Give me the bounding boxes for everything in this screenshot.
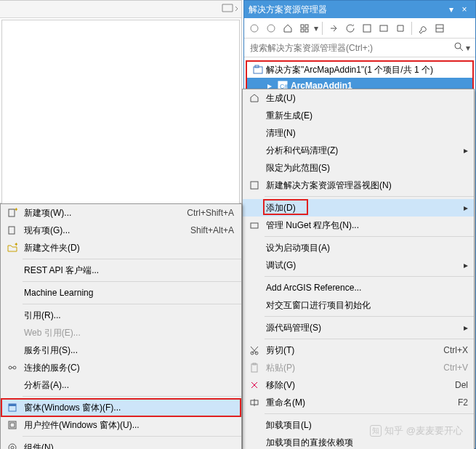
svg-rect-7	[380, 25, 387, 31]
svg-point-1	[267, 25, 275, 32]
sync-icon[interactable]	[326, 21, 341, 36]
submenu-arrow-icon: ▸	[459, 260, 468, 270]
svg-text:✦: ✦	[14, 243, 17, 248]
submenu-arrow-icon: ▸	[459, 145, 468, 155]
context-menu-item[interactable]: 对交互窗口进行项目初始化	[243, 296, 474, 314]
submenu-item-label: 现有项(G)...	[21, 224, 190, 237]
forward-icon[interactable]	[264, 21, 278, 36]
menu-item-label: 重命名(M)	[263, 397, 458, 409]
dropdown-icon[interactable]: ▾	[445, 4, 458, 15]
svg-rect-36	[9, 404, 16, 406]
usercontrol-icon	[4, 420, 21, 430]
menu-item-label: 清理(N)	[263, 127, 468, 139]
svg-text:✦: ✦	[14, 208, 17, 213]
solution-node[interactable]: 解决方案"ArcMapAddin1"(1 个项目/共 1 个)	[247, 62, 472, 78]
context-menu-item[interactable]: 新建解决方案资源管理器视图(N)	[243, 177, 474, 194]
submenu-item[interactable]: Machine Learning	[1, 284, 241, 302]
submenu-item[interactable]: 服务引用(S)...	[1, 341, 241, 359]
submenu-item-label: 新建文件夹(D)	[21, 242, 237, 254]
submenu-item[interactable]: 现有项(G)...Shift+Alt+A	[1, 222, 241, 239]
svg-point-0	[251, 25, 258, 32]
submenu-item-shortcut: Shift+Alt+A	[190, 225, 237, 235]
menu-separator	[23, 304, 241, 304]
menu-separator	[265, 339, 474, 339]
svg-line-11	[460, 48, 463, 51]
context-menu-item[interactable]: 限定为此范围(S)	[243, 159, 474, 177]
context-menu-item[interactable]: 分析和代码清理(Z)▸	[243, 142, 474, 159]
context-menu-item[interactable]: 移除(V)Del	[243, 376, 474, 394]
menu-item-label: 对交互窗口进行项目初始化	[263, 299, 468, 312]
context-menu-item[interactable]: 添加(D)▸	[243, 199, 474, 217]
submenu-arrow-icon: ▸	[459, 323, 468, 333]
context-menu-item[interactable]: 粘贴(P)Ctrl+V	[243, 359, 474, 376]
menu-separator	[265, 236, 474, 237]
context-menu-item[interactable]: 重命名(M)F2	[243, 394, 474, 411]
submenu-item[interactable]: ✦新建项(W)...Ctrl+Shift+A	[1, 204, 241, 222]
submenu-item[interactable]: REST API 客户端...	[1, 262, 241, 279]
svg-rect-3	[305, 25, 308, 28]
context-menu-item[interactable]: 调试(G)▸	[243, 256, 474, 274]
zhihu-logo-icon: 知	[370, 425, 382, 437]
collapse-icon[interactable]	[360, 21, 374, 36]
submenu-item-label: 连接的服务(C)	[21, 362, 237, 374]
submenu-item[interactable]: 分析器(A)...	[1, 376, 241, 394]
menu-separator	[23, 436, 241, 437]
menu-item-shortcut: Ctrl+V	[443, 363, 468, 373]
menu-item-label: 粘贴(P)	[263, 362, 443, 374]
submenu-item[interactable]: 窗体(Windows 窗体)(F)...	[1, 399, 241, 416]
menu-item-label: 新建解决方案资源管理器视图(N)	[263, 179, 468, 192]
context-menu-item[interactable]: 生成(U)	[243, 89, 474, 107]
paste-icon	[246, 363, 263, 373]
close-icon[interactable]: ×	[458, 4, 471, 15]
refresh-icon[interactable]	[343, 21, 358, 36]
menu-separator	[265, 316, 474, 317]
submenu-item-label: Machine Learning	[21, 288, 237, 298]
search-icon[interactable]	[453, 41, 464, 54]
project-context-menu: 生成(U)重新生成(E)清理(N)分析和代码清理(Z)▸限定为此范围(S)新建解…	[242, 89, 475, 449]
context-menu-item[interactable]: 源代码管理(S)▸	[243, 319, 474, 336]
submenu-item[interactable]: 用户控件(Windows 窗体)(U)...	[1, 416, 241, 434]
grid-icon[interactable]	[297, 21, 312, 36]
svg-rect-17	[251, 223, 258, 228]
context-menu-item[interactable]: 重新生成(E)	[243, 107, 474, 124]
context-menu-item[interactable]: 设为启动项目(A)	[243, 239, 474, 256]
menu-separator	[265, 196, 474, 197]
svg-rect-30	[9, 227, 15, 234]
search-input[interactable]	[247, 41, 453, 54]
back-icon[interactable]	[247, 21, 262, 36]
toggle-icon[interactable]	[432, 21, 447, 36]
submenu-arrow-icon: ▸	[459, 203, 468, 213]
submenu-item[interactable]: 连接的服务(C)	[1, 359, 241, 376]
wrench-icon[interactable]	[416, 21, 430, 36]
editor-content[interactable]	[1, 20, 240, 204]
showall-icon[interactable]	[376, 21, 391, 36]
newfolder-icon: ✦	[4, 243, 21, 253]
submenu-item[interactable]: 组件(N)...	[1, 439, 241, 449]
menu-item-shortcut: Del	[455, 380, 468, 390]
newitem-icon: ✦	[4, 208, 21, 218]
context-menu-item[interactable]: 管理 NuGet 程序包(N)...	[243, 217, 474, 234]
submenu-item[interactable]: Web 引用(E)...	[1, 324, 241, 341]
menu-item-label: 管理 NuGet 程序包(N)...	[263, 219, 468, 232]
solution-label: 解决方案"ArcMapAddin1"(1 个项目/共 1 个)	[266, 64, 433, 76]
submenu-item-label: Web 引用(E)...	[21, 327, 237, 339]
search-dropdown-icon[interactable]: ▾	[464, 43, 472, 53]
context-menu-item[interactable]: 清理(N)	[243, 124, 474, 142]
menu-item-label: 重新生成(E)	[263, 110, 468, 122]
context-menu-item[interactable]: 剪切(T)Ctrl+X	[243, 341, 474, 359]
svg-rect-6	[363, 25, 371, 32]
context-menu-item[interactable]: Add ArcGIS Reference...	[243, 279, 474, 296]
existitem-icon	[4, 225, 21, 235]
watermark: 知 知乎 @麦麦要开心	[370, 424, 463, 437]
submenu-item[interactable]: 引用(R)...	[1, 307, 241, 324]
home-icon[interactable]	[281, 21, 295, 36]
watermark-brand: 知乎	[384, 424, 403, 437]
editor-dropdown[interactable]	[221, 3, 238, 15]
svg-rect-5	[305, 29, 308, 32]
svg-rect-16	[251, 182, 258, 189]
component-icon	[4, 442, 21, 449]
menu-item-label: 生成(U)	[263, 92, 468, 105]
properties-icon[interactable]	[393, 21, 408, 36]
submenu-item-label: 分析器(A)...	[21, 379, 237, 392]
submenu-item[interactable]: ✦新建文件夹(D)	[1, 239, 241, 256]
